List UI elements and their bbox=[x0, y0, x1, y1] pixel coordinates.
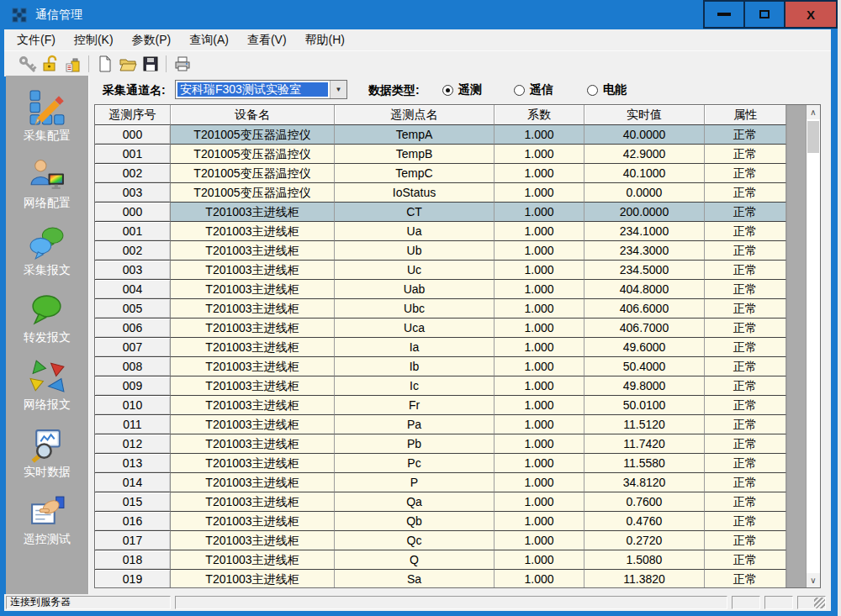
connect-key-button[interactable] bbox=[16, 54, 39, 75]
row-device: T201003主进线柜 bbox=[171, 415, 335, 434]
close-button[interactable]: X bbox=[784, 0, 838, 29]
row-coef: 1.000 bbox=[495, 319, 584, 338]
sidebar-item-collect-message[interactable]: 采集报文 bbox=[6, 224, 88, 279]
open-folder-icon bbox=[119, 55, 137, 73]
table-row[interactable]: 019 T201003主进线柜 Sa 1.000 11.3820 正常 bbox=[95, 570, 786, 588]
row-value: 11.7420 bbox=[584, 434, 705, 454]
row-device: T201003主进线柜 bbox=[171, 492, 335, 512]
sidebar-item-remote-test[interactable]: 遥控测试 bbox=[6, 492, 88, 548]
col-point-header[interactable]: 遥测点名 bbox=[335, 105, 495, 125]
row-seq: 018 bbox=[95, 550, 171, 570]
row-device: T201003主进线柜 bbox=[171, 338, 335, 357]
radio-telesignal[interactable]: 遥信 bbox=[514, 82, 553, 97]
table-row[interactable]: 005 T201003主进线柜 Ubc 1.000 406.6000 正常 bbox=[95, 299, 786, 319]
row-point: Pc bbox=[335, 454, 495, 473]
sidebar-item-realtime-data[interactable]: 实时数据 bbox=[6, 425, 88, 481]
sidebar-item-collect-config[interactable]: 采集配置 bbox=[6, 89, 88, 145]
row-device: T201005变压器温控仪 bbox=[171, 164, 335, 183]
row-status: 正常 bbox=[705, 454, 786, 473]
table-row[interactable]: 002 T201003主进线柜 Ub 1.000 234.3000 正常 bbox=[95, 241, 786, 261]
menu-file[interactable]: 文件(F) bbox=[8, 33, 65, 48]
radio-energy[interactable]: 电能 bbox=[587, 82, 627, 97]
sidebar-item-label: 遥控测试 bbox=[24, 532, 71, 547]
table-row[interactable]: 016 T201003主进线柜 Qb 1.000 0.4760 正常 bbox=[95, 512, 786, 531]
col-value-header[interactable]: 实时值 bbox=[584, 105, 705, 125]
radio-circle bbox=[514, 85, 525, 96]
sidebar-item-network-config[interactable]: 网络配置 bbox=[6, 156, 88, 212]
table-row[interactable]: 008 T201003主进线柜 Ib 1.000 50.4000 正常 bbox=[95, 357, 786, 376]
sidebar-item-label: 网络配置 bbox=[24, 196, 71, 211]
sidebar-item-network-message[interactable]: 网络报文 bbox=[6, 358, 88, 413]
col-seq-header[interactable]: 遥测序号 bbox=[95, 105, 171, 125]
row-coef: 1.000 bbox=[495, 550, 584, 570]
row-value: 34.8120 bbox=[584, 473, 705, 492]
table-row[interactable]: 000 T201005变压器温控仪 TempA 1.000 40.0000 正常 bbox=[95, 125, 786, 145]
lock-config-button[interactable] bbox=[61, 54, 84, 75]
row-point: Qc bbox=[335, 531, 495, 550]
channel-combobox[interactable]: 安科瑞F303测试实验室 ▼ bbox=[175, 80, 347, 99]
row-device: T201005变压器温控仪 bbox=[171, 183, 335, 203]
table-row[interactable]: 017 T201003主进线柜 Qc 1.000 0.2720 正常 bbox=[95, 531, 786, 550]
row-seq: 011 bbox=[95, 415, 171, 434]
table-row[interactable]: 000 T201003主进线柜 CT 1.000 200.0000 正常 bbox=[95, 203, 786, 222]
minimize-button[interactable] bbox=[703, 0, 745, 29]
status-bar: 连接到服务器 bbox=[4, 594, 831, 611]
table-row[interactable]: 001 T201003主进线柜 Ua 1.000 234.1000 正常 bbox=[95, 222, 786, 241]
channel-combobox-dropdown-button[interactable]: ▼ bbox=[330, 81, 346, 98]
table-row[interactable]: 018 T201003主进线柜 Q 1.000 1.5080 正常 bbox=[95, 550, 786, 570]
maximize-button[interactable] bbox=[743, 0, 785, 29]
row-device: T201003主进线柜 bbox=[171, 261, 335, 280]
row-seq: 012 bbox=[95, 434, 171, 454]
row-device: T201003主进线柜 bbox=[171, 357, 335, 376]
menu-query[interactable]: 查询(A) bbox=[180, 33, 238, 48]
scrollbar-thumb[interactable] bbox=[807, 121, 819, 153]
table-row[interactable]: 004 T201003主进线柜 Uab 1.000 404.8000 正常 bbox=[95, 280, 786, 299]
row-seq: 016 bbox=[95, 512, 171, 531]
row-device: T201003主进线柜 bbox=[171, 473, 335, 492]
scroll-down-button[interactable]: ∨ bbox=[807, 573, 820, 587]
open-file-button[interactable] bbox=[116, 54, 139, 75]
table-row[interactable]: 015 T201003主进线柜 Qa 1.000 0.7600 正常 bbox=[95, 492, 786, 512]
table-row[interactable]: 003 T201005变压器温控仪 IoStatus 1.000 0.0000 … bbox=[95, 183, 786, 203]
row-value: 406.6000 bbox=[584, 299, 705, 319]
menu-help[interactable]: 帮助(H) bbox=[296, 33, 354, 48]
table-row[interactable]: 010 T201003主进线柜 Fr 1.000 50.0100 正常 bbox=[95, 396, 786, 415]
table-row[interactable]: 002 T201005变压器温控仪 TempC 1.000 40.1000 正常 bbox=[95, 164, 786, 183]
table-row[interactable]: 013 T201003主进线柜 Pc 1.000 11.5580 正常 bbox=[95, 454, 786, 473]
row-value: 200.0000 bbox=[584, 203, 705, 222]
radio-telemetry[interactable]: 遥测 bbox=[442, 82, 482, 97]
save-button[interactable] bbox=[139, 54, 161, 75]
toolbar bbox=[4, 50, 831, 76]
row-point: Uc bbox=[335, 261, 495, 280]
table-row[interactable]: 012 T201003主进线柜 Pb 1.000 11.7420 正常 bbox=[95, 434, 786, 454]
row-value: 1.5080 bbox=[584, 550, 705, 570]
print-button[interactable] bbox=[171, 54, 193, 75]
sidebar-item-forward-message[interactable]: 转发报文 bbox=[6, 291, 88, 346]
col-status-header[interactable]: 属性 bbox=[705, 105, 786, 125]
table-row[interactable]: 007 T201003主进线柜 Ia 1.000 49.6000 正常 bbox=[95, 338, 786, 357]
table-row[interactable]: 014 T201003主进线柜 P 1.000 34.8120 正常 bbox=[95, 473, 786, 492]
col-coef-header[interactable]: 系数 bbox=[495, 105, 584, 125]
col-device-header[interactable]: 设备名 bbox=[171, 105, 335, 125]
scroll-up-button[interactable]: ∧ bbox=[807, 105, 820, 119]
new-file-button[interactable] bbox=[93, 54, 116, 75]
table-row[interactable]: 006 T201003主进线柜 Uca 1.000 406.7000 正常 bbox=[95, 319, 786, 338]
row-value: 11.5120 bbox=[584, 415, 705, 434]
row-status: 正常 bbox=[705, 550, 786, 570]
row-point: TempA bbox=[335, 125, 495, 145]
row-point: Ia bbox=[335, 338, 495, 357]
table-row[interactable]: 009 T201003主进线柜 Ic 1.000 49.8000 正常 bbox=[95, 376, 786, 396]
table-row[interactable]: 011 T201003主进线柜 Pa 1.000 11.5120 正常 bbox=[95, 415, 786, 434]
table-row[interactable]: 003 T201003主进线柜 Uc 1.000 234.5000 正常 bbox=[95, 261, 786, 280]
unlock-button[interactable] bbox=[39, 54, 61, 75]
row-device: T201003主进线柜 bbox=[171, 531, 335, 550]
status-text: 连接到服务器 bbox=[6, 596, 171, 609]
menu-params[interactable]: 参数(P) bbox=[123, 33, 181, 48]
row-coef: 1.000 bbox=[495, 396, 584, 415]
menu-control[interactable]: 控制(K) bbox=[65, 33, 123, 48]
table-row[interactable]: 001 T201005变压器温控仪 TempB 1.000 42.9000 正常 bbox=[95, 145, 786, 164]
menu-view[interactable]: 查看(V) bbox=[238, 33, 296, 48]
resize-grip[interactable] bbox=[814, 598, 825, 608]
vertical-scrollbar[interactable]: ∧ ∨ bbox=[806, 105, 820, 587]
sidebar-item-label: 实时数据 bbox=[24, 465, 71, 480]
